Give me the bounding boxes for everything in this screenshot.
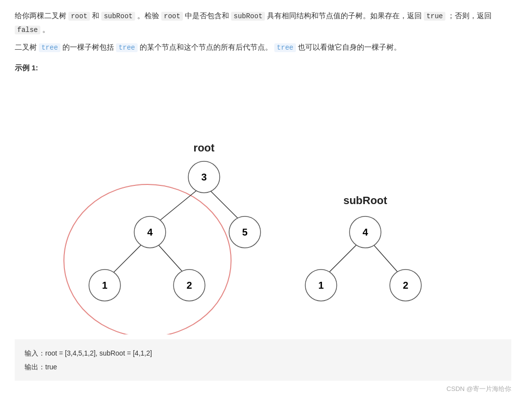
- edge-4-1: [111, 241, 145, 275]
- tree-code2: tree: [116, 43, 138, 52]
- subroot-code2: subRoot: [231, 12, 265, 21]
- root-code2: root: [161, 12, 183, 21]
- desc1-mid1: 和: [90, 11, 101, 20]
- desc2-mid1: 的一棵子树包括: [60, 43, 116, 51]
- false-code: false: [15, 26, 40, 34]
- input-label: 输入：: [25, 349, 45, 357]
- desc1-prefix: 给你两棵二叉树: [15, 11, 68, 20]
- sub-node-1-label: 1: [318, 280, 323, 291]
- diagram-area: 3 4 5 1 2 4 1 2 root subRoot: [15, 79, 511, 334]
- output-line: 输出：true: [25, 360, 501, 374]
- root-code1: root: [68, 12, 90, 21]
- desc2-mid2: 的某个节点和这个节点的所有后代节点。: [138, 43, 274, 51]
- description1: 给你两棵二叉树 root 和 subRoot 。检验 root 中是否包含和 s…: [15, 9, 511, 36]
- edge-s4-s1: [326, 241, 360, 275]
- desc2-prefix: 二叉树: [15, 43, 39, 51]
- description2: 二叉树 tree 的一棵子树包括 tree 的某个节点和这个节点的所有后代节点。…: [15, 40, 511, 54]
- edge-4-2: [155, 241, 186, 275]
- input-output-box: 输入：root = [3,4,5,1,2], subRoot = [4,1,2]…: [15, 339, 511, 381]
- highlight-circle: [64, 184, 231, 334]
- tree-diagram: 3 4 5 1 2 4 1 2 root subRoot: [15, 79, 511, 334]
- output-value: true: [45, 363, 57, 371]
- sub-node-2-label: 2: [403, 280, 408, 291]
- sub-node-4-label: 4: [362, 227, 368, 238]
- input-line: 输入：root = [3,4,5,1,2], subRoot = [4,1,2]: [25, 346, 501, 360]
- footer: CSDN @寄一片海给你: [15, 385, 511, 393]
- desc2-mid3: 也可以看做它自身的一棵子树。: [296, 43, 401, 51]
- true-code: true: [424, 12, 445, 21]
- desc1-mid3: 中是否包含和: [183, 11, 231, 20]
- output-label: 输出：: [25, 363, 45, 371]
- desc1-suffix: 。: [40, 25, 50, 33]
- subroot-code1: subRoot: [101, 12, 135, 21]
- subroot-tree-label: subRoot: [343, 194, 387, 207]
- node-5-label: 5: [242, 227, 247, 238]
- edge-s4-s2: [370, 241, 401, 275]
- example-label: 示例 1:: [15, 63, 511, 73]
- desc1-mid5: ；否则，返回: [445, 11, 492, 20]
- node-1-label: 1: [102, 280, 107, 291]
- tree-code3: tree: [274, 43, 296, 52]
- node-2-label: 2: [186, 280, 192, 291]
- tree-code1: tree: [39, 43, 60, 52]
- root-tree-label: root: [194, 142, 215, 154]
- desc1-mid2: 。检验: [135, 11, 161, 20]
- input-value: root = [3,4,5,1,2], subRoot = [4,1,2]: [45, 349, 152, 357]
- node-3-label: 3: [201, 172, 206, 182]
- node-4-label: 4: [147, 227, 153, 238]
- desc1-mid4: 具有相同结构和节点值的子树。如果存在，返回: [265, 11, 424, 20]
